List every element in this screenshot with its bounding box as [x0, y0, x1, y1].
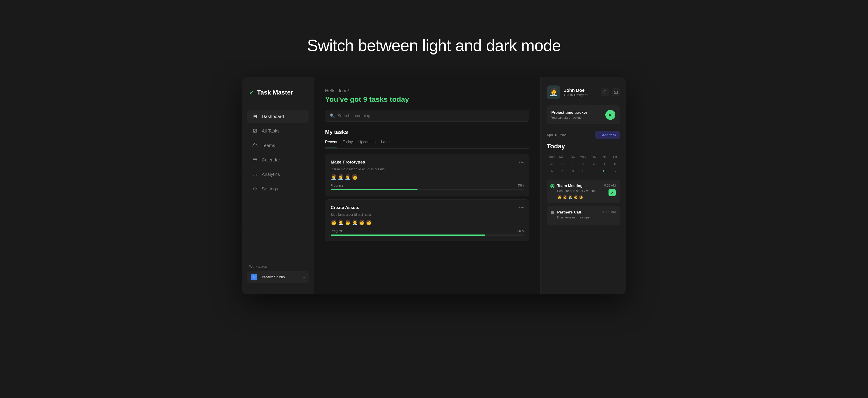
cal-day-header: Mon — [557, 154, 567, 160]
sidebar-item-analytics[interactable]: Analytics — [247, 167, 309, 181]
event-dot — [551, 211, 554, 214]
event-check-icon[interactable]: ✓ — [609, 189, 616, 196]
cal-day[interactable]: 3 — [589, 160, 599, 167]
cal-day-today[interactable]: 11 — [599, 168, 609, 174]
task-tabs: Recent Today Upcoming Later — [325, 140, 529, 149]
cal-day[interactable]: 31 — [557, 160, 567, 167]
user-role: UI/UX Designer — [564, 93, 597, 97]
calendar-section: April 10, 2021 + Add task Today Sun Mon … — [547, 131, 620, 174]
sidebar-item-label: All Tasks — [262, 128, 280, 134]
teams-icon — [252, 142, 258, 149]
event-info: Partners Call Duis aenean mi semper — [557, 210, 599, 221]
play-button[interactable]: ▶ — [605, 110, 615, 120]
progress-percent: 80% — [518, 229, 524, 233]
search-input[interactable]: Search something... — [338, 114, 374, 118]
message-icon[interactable] — [612, 88, 620, 96]
event-time: 9:00 AM — [604, 184, 616, 187]
user-name: John Doe — [564, 88, 597, 93]
event-time: 11:00 AM — [602, 210, 616, 214]
cal-day[interactable]: 4 — [599, 160, 609, 167]
cal-day[interactable]: 2 — [578, 160, 588, 167]
analytics-icon — [252, 171, 258, 178]
cal-day-header: Sun — [547, 154, 557, 160]
tab-later[interactable]: Later — [381, 140, 390, 148]
event-avatars: 🧑 👩 🧑‍💼 👨 🧑 — [557, 195, 601, 199]
cal-day-header: Thu — [589, 154, 599, 160]
sidebar-item-settings[interactable]: ⚙ Settings — [247, 182, 309, 195]
workspace-label: Workspace — [247, 265, 309, 269]
cal-day[interactable]: 1 — [568, 160, 578, 167]
calendar-header: April 10, 2021 + Add task — [547, 131, 620, 139]
task-card: Create Assets ••• Sit ullamcorper id nis… — [325, 200, 529, 241]
svg-rect-1 — [253, 158, 257, 162]
event-item: Partners Call Duis aenean mi semper 11:0… — [547, 206, 620, 225]
workspace-logo: G — [251, 274, 257, 280]
event-desc: Posuere non amet vivamus — [557, 189, 601, 193]
today-title: Today — [547, 143, 620, 150]
search-bar[interactable]: 🔍 Search something... — [325, 110, 529, 122]
event-item: Team Meeting Posuere non amet vivamus 🧑 … — [547, 180, 620, 203]
cal-day[interactable]: 5 — [610, 160, 620, 167]
cal-day[interactable]: 6 — [547, 168, 557, 174]
cal-day-header: Wed — [578, 154, 588, 160]
more-options-icon[interactable]: ••• — [519, 160, 524, 165]
greeting-title: You've got 9 tasks today — [325, 95, 529, 103]
sidebar-logo: ✓ Task Master — [247, 89, 309, 96]
cal-day[interactable]: 30 — [547, 160, 557, 167]
sidebar-item-all-tasks[interactable]: ☑ All Tasks — [247, 124, 309, 138]
cal-day[interactable]: 7 — [557, 168, 567, 174]
avatar: 🧑‍💼 — [547, 86, 560, 99]
more-options-icon[interactable]: ••• — [519, 205, 524, 210]
tracker-title: Project time tracker — [551, 110, 587, 115]
cal-header-row: Sun Mon Tue Wed Thu Fri Sat — [547, 154, 620, 160]
right-panel: 🧑‍💼 John Doe UI/UX Designer — [540, 77, 626, 295]
greeting-text: Hello, John! — [325, 88, 529, 93]
progress-label: Progress — [331, 229, 343, 233]
progress-bar-fill — [331, 189, 417, 190]
tab-recent[interactable]: Recent — [325, 140, 337, 148]
event-title: Partners Call — [557, 210, 599, 215]
event-info: Team Meeting Posuere non amet vivamus 🧑 … — [557, 184, 601, 199]
task-card: Make Prototypes ••• Ipsum malesuada id a… — [325, 154, 529, 196]
user-info: John Doe UI/UX Designer — [564, 88, 597, 97]
cal-day[interactable]: 10 — [589, 168, 599, 174]
settings-icon: ⚙ — [252, 186, 258, 192]
cal-day-header: Sat — [610, 154, 620, 160]
sidebar-item-label: Teams — [262, 143, 275, 148]
task-card-header: Create Assets ••• — [331, 205, 524, 210]
cal-day[interactable]: 8 — [568, 168, 578, 174]
sidebar-nav: ⊞ Dashboard ☑ All Tasks Teams — [247, 110, 309, 259]
progress-bar-bg — [331, 235, 524, 236]
progress-bar-fill — [331, 235, 485, 236]
svg-point-0 — [254, 144, 255, 145]
task-card-header: Make Prototypes ••• — [331, 160, 524, 165]
event-title: Team Meeting — [557, 184, 601, 188]
cal-day[interactable]: 12 — [610, 168, 620, 174]
app-window: ✓ Task Master ⊞ Dashboard ☑ All Tasks — [242, 77, 626, 295]
sidebar-item-calendar[interactable]: Calendar — [247, 153, 309, 167]
cal-week-row: 30 31 1 2 3 4 5 — [547, 160, 620, 167]
task-avatars: 🧑‍💼 👩‍💼 👨‍💼 🧑 — [331, 174, 524, 180]
workspace-selector[interactable]: G Createx Studio ▾ — [247, 271, 309, 283]
cal-day[interactable]: 9 — [578, 168, 588, 174]
cal-week-row: 6 7 8 9 10 11 12 — [547, 168, 620, 174]
calendar-date: April 10, 2021 — [547, 133, 568, 137]
sidebar-item-teams[interactable]: Teams — [247, 139, 309, 152]
sidebar-item-label: Dashboard — [262, 114, 284, 119]
tab-today[interactable]: Today — [343, 140, 353, 148]
task-progress-row: Progress 45% — [331, 184, 524, 187]
profile-icons — [601, 88, 620, 96]
task-desc: Ipsum malesuada id ac, quis cursus — [331, 167, 524, 171]
chevron-down-icon: ▾ — [303, 275, 305, 279]
sidebar-item-dashboard[interactable]: ⊞ Dashboard — [247, 110, 309, 123]
add-task-button[interactable]: + Add task — [595, 131, 620, 139]
sidebar: ✓ Task Master ⊞ Dashboard ☑ All Tasks — [242, 77, 314, 295]
headline: Switch between light and dark mode — [307, 36, 561, 55]
tab-upcoming[interactable]: Upcoming — [358, 140, 376, 148]
search-icon: 🔍 — [330, 113, 335, 118]
notification-icon[interactable] — [601, 88, 609, 96]
cal-day-header: Tue — [568, 154, 578, 160]
time-tracker: Project time tracker You can start track… — [547, 105, 620, 124]
user-profile: 🧑‍💼 John Doe UI/UX Designer — [547, 86, 620, 99]
task-title: Make Prototypes — [331, 160, 365, 165]
